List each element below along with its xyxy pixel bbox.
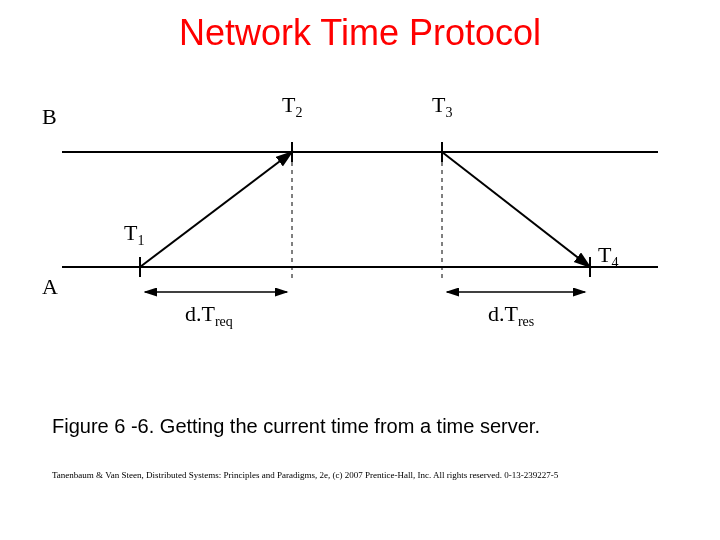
- label-dTres: d.Tres: [488, 301, 534, 330]
- label-T2: T2: [282, 92, 302, 121]
- figure-caption: Figure 6 -6. Getting the current time fr…: [52, 415, 540, 438]
- svg-line-8: [140, 152, 292, 267]
- label-T1: T1: [124, 220, 144, 249]
- slide-title: Network Time Protocol: [0, 0, 720, 62]
- ntp-diagram: B A T2 T3 T1 T4 d.Treq d.Tres: [40, 92, 680, 352]
- copyright-footer: Tanenbaum & Van Steen, Distributed Syste…: [52, 470, 558, 480]
- label-T3: T3: [432, 92, 452, 121]
- label-T4: T4: [598, 242, 618, 271]
- label-dTreq: d.Treq: [185, 301, 233, 330]
- label-A: A: [42, 274, 58, 300]
- svg-line-9: [442, 152, 590, 267]
- label-B: B: [42, 104, 57, 130]
